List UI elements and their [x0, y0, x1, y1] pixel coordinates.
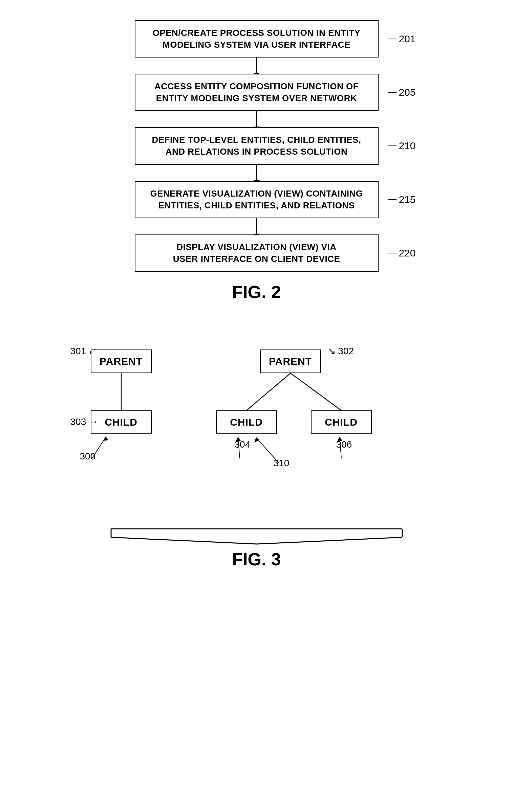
- flow-step-220: DISPLAY VISUALIZATION (VIEW) VIA USER IN…: [135, 234, 379, 272]
- step-201-text: OPEN/CREATE PROCESS SOLUTION IN ENTITY: [153, 28, 361, 38]
- step-215-text2: ENTITIES, CHILD ENTITIES, AND RELATIONS: [158, 200, 355, 210]
- ref-304: 304: [235, 439, 251, 450]
- ref-310: 310: [274, 458, 290, 469]
- step-205-text2: ENTITY MODELING SYSTEM OVER NETWORK: [156, 93, 357, 103]
- step-205-text: ACCESS ENTITY COMPOSITION FUNCTION OF: [154, 81, 359, 91]
- arrow-3: [256, 165, 257, 181]
- parent1-box: PARENT: [91, 349, 152, 373]
- flow-step-205: ACCESS ENTITY COMPOSITION FUNCTION OF EN…: [135, 74, 379, 111]
- arrow-2: [256, 111, 257, 127]
- flow-step-201: OPEN/CREATE PROCESS SOLUTION IN ENTITY M…: [135, 20, 379, 58]
- fig2-section: OPEN/CREATE PROCESS SOLUTION IN ENTITY M…: [0, 0, 513, 316]
- svg-line-2: [291, 373, 341, 410]
- ref-306: 306: [336, 439, 352, 450]
- child1-box: CHILD: [91, 410, 152, 434]
- arrow-4: [256, 218, 257, 234]
- ref-302: ↘ 302: [328, 345, 354, 357]
- child1-label: CHILD: [105, 416, 137, 428]
- fig2-title: FIG. 2: [232, 282, 281, 302]
- step-210-box: DEFINE TOP-LEVEL ENTITIES, CHILD ENTITIE…: [135, 127, 379, 164]
- svg-line-14: [111, 537, 257, 544]
- step-205-label: 205: [388, 87, 415, 98]
- step-210-text: DEFINE TOP-LEVEL ENTITIES, CHILD ENTITIE…: [152, 135, 361, 145]
- step-215-text: GENERATE VISUALIZATION (VIEW) CONTAINING: [150, 188, 363, 199]
- step-215-box: GENERATE VISUALIZATION (VIEW) CONTAINING…: [135, 181, 379, 218]
- fig3-diagram: 301 ↙ PARENT CHILD 300 ↘ 302 PARENT CHIL…: [70, 343, 443, 519]
- bracket-area: FIG. 3: [104, 525, 409, 569]
- step-220-text: DISPLAY VISUALIZATION (VIEW) VIA: [176, 242, 336, 252]
- child2-label: CHILD: [230, 416, 263, 428]
- ref-303: 303 →: [70, 416, 99, 427]
- step-210-text2: AND RELATIONS IN PROCESS SOLUTION: [166, 146, 348, 157]
- step-220-text2: USER INTERFACE ON CLIENT DEVICE: [173, 254, 340, 264]
- fig3-section: 301 ↙ PARENT CHILD 300 ↘ 302 PARENT CHIL…: [0, 316, 513, 590]
- child3-box: CHILD: [311, 410, 372, 434]
- child3-label: CHILD: [325, 416, 358, 428]
- step-215-label: 215: [388, 194, 415, 205]
- flow-step-210: DEFINE TOP-LEVEL ENTITIES, CHILD ENTITIE…: [135, 127, 379, 164]
- svg-line-15: [257, 537, 402, 544]
- step-210-label: 210: [388, 140, 415, 152]
- step-201-text2: MODELING SYSTEM VIA USER INTERFACE: [163, 40, 350, 50]
- bracket-svg: [104, 525, 409, 546]
- child2-box: CHILD: [216, 410, 277, 434]
- step-205-box: ACCESS ENTITY COMPOSITION FUNCTION OF EN…: [135, 74, 379, 111]
- parent2-label: PARENT: [269, 356, 312, 367]
- step-201-box: OPEN/CREATE PROCESS SOLUTION IN ENTITY M…: [135, 20, 379, 58]
- step-201-label: 201: [388, 33, 415, 45]
- step-220-label: 220: [388, 247, 415, 259]
- step-220-box: DISPLAY VISUALIZATION (VIEW) VIA USER IN…: [135, 234, 379, 272]
- arrow-1: [256, 58, 257, 74]
- flow-step-215: GENERATE VISUALIZATION (VIEW) CONTAINING…: [135, 181, 379, 218]
- svg-line-1: [247, 373, 291, 410]
- parent1-label: PARENT: [100, 356, 143, 367]
- parent2-box: PARENT: [260, 349, 321, 373]
- fig3-title: FIG. 3: [232, 549, 281, 569]
- ref-300: 300: [80, 451, 96, 462]
